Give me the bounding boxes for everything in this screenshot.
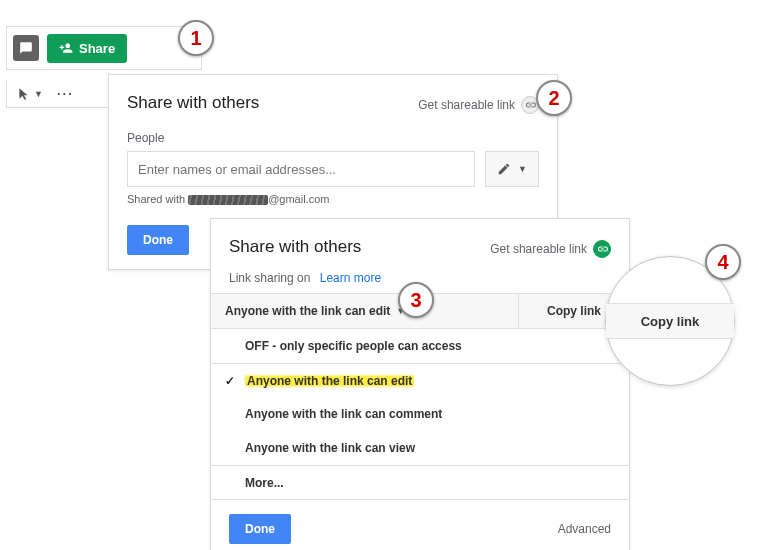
get-link-label: Get shareable link: [490, 242, 587, 256]
done-button[interactable]: Done: [127, 225, 189, 255]
get-shareable-link[interactable]: Get shareable link: [418, 96, 539, 114]
advanced-link[interactable]: Advanced: [558, 522, 611, 536]
menu-item-label: OFF - only specific people can access: [245, 339, 462, 353]
learn-more-link[interactable]: Learn more: [320, 271, 381, 285]
cursor-icon: [17, 87, 31, 101]
menu-item-label: Anyone with the link can comment: [245, 407, 442, 421]
share-button[interactable]: Share: [47, 34, 127, 63]
pencil-icon: [497, 162, 511, 176]
menu-item-comment[interactable]: Anyone with the link can comment: [211, 397, 629, 431]
share-button-label: Share: [79, 41, 115, 56]
done-button[interactable]: Done: [229, 514, 291, 544]
share-dialog-expanded: Share with others Get shareable link Lin…: [210, 218, 630, 550]
permission-dropdown[interactable]: ▼: [485, 151, 539, 187]
callout-3: 3: [398, 282, 434, 318]
comment-icon[interactable]: [13, 35, 39, 61]
chevron-down-icon: ▼: [34, 89, 43, 99]
chevron-down-icon: ▼: [518, 164, 527, 174]
menu-item-view[interactable]: Anyone with the link can view: [211, 431, 629, 465]
permission-menu: OFF - only specific people can access ✓ …: [211, 329, 629, 500]
dialog-title: Share with others: [127, 93, 259, 113]
people-label: People: [127, 131, 539, 145]
link-permission-selector[interactable]: Anyone with the link can edit ▼: [211, 294, 519, 328]
copy-link-zoom-button[interactable]: Copy link: [606, 303, 734, 339]
people-input[interactable]: [127, 151, 475, 187]
dialog-title: Share with others: [229, 237, 361, 257]
link-sharing-on-text: Link sharing on: [229, 271, 310, 285]
menu-item-label: More...: [245, 476, 284, 490]
obscured-email: [188, 195, 268, 205]
shared-with-suffix: @gmail.com: [268, 193, 329, 205]
menu-item-off[interactable]: OFF - only specific people can access: [211, 329, 629, 363]
menu-item-more[interactable]: More...: [211, 465, 629, 499]
menu-item-label: Anyone with the link can edit: [245, 374, 414, 388]
get-shareable-link[interactable]: Get shareable link: [490, 240, 611, 258]
callout-4: 4: [705, 244, 741, 280]
menu-item-label: Anyone with the link can view: [245, 441, 415, 455]
more-menu[interactable]: ···: [57, 86, 74, 101]
menu-item-edit[interactable]: ✓ Anyone with the link can edit: [211, 363, 629, 397]
check-icon: ✓: [225, 374, 235, 388]
link-icon: [593, 240, 611, 258]
get-link-label: Get shareable link: [418, 98, 515, 112]
person-add-icon: [59, 41, 73, 55]
selector-label: Anyone with the link can edit: [225, 304, 390, 318]
toolbar: Share: [6, 26, 202, 70]
shared-with-text: Shared with @gmail.com: [127, 193, 539, 205]
callout-2: 2: [536, 80, 572, 116]
cursor-tool[interactable]: ▼: [17, 87, 43, 101]
callout-1: 1: [178, 20, 214, 56]
